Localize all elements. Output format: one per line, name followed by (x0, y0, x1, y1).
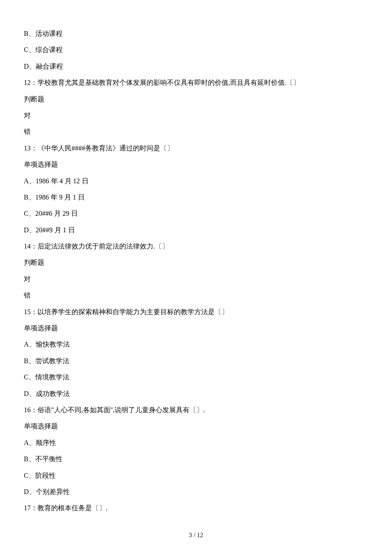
question-stem: 12：学校教育尤其是基础教育对个体发展的影响不仅具有即时的价值,而且具有延时价值… (24, 75, 368, 91)
question-type: 判断题 (24, 254, 368, 271)
option-text: A、1986 年 4 月 12 日 (24, 173, 368, 189)
option-text: D、融合课程 (24, 58, 368, 75)
option-text: B、活动课程 (24, 26, 368, 42)
question-type: 判断题 (24, 91, 368, 107)
question-stem: 13：《中华人民####务教育法》通过的时间是〔〕 (24, 140, 368, 156)
option-text: A、愉快教学法 (24, 336, 368, 353)
option-text: C、阶段性 (24, 468, 368, 484)
option-text: B、尝试教学法 (24, 353, 368, 369)
option-text: 错 (24, 124, 368, 140)
question-stem: 14：后定法法律效力优于前定法的法律效力.〔〕 (24, 238, 368, 254)
option-text: D、个别差异性 (24, 484, 368, 500)
option-text: C、综合课程 (24, 42, 368, 58)
option-text: D、20##9 月 1 日 (24, 222, 368, 238)
question-stem: 16：俗语"人心不同,各如其面",说明了儿童身心发展具有〔〕. (24, 402, 368, 418)
option-text: B、1986 年 9 月 1 日 (24, 189, 368, 205)
option-text: A、顺序性 (24, 435, 368, 451)
option-text: C、情境教学法 (24, 369, 368, 385)
option-text: D、成功教学法 (24, 386, 368, 402)
question-type: 单项选择题 (24, 418, 368, 434)
document-content: B、活动课程 C、综合课程 D、融合课程 12：学校教育尤其是基础教育对个体发展… (24, 26, 368, 517)
option-text: C、20##6 月 29 日 (24, 205, 368, 222)
question-type: 单项选择题 (24, 320, 368, 336)
question-type: 单项选择题 (24, 156, 368, 173)
option-text: 对 (24, 107, 368, 124)
question-stem: 15：以培养学生的探索精神和自学能力为主要目标的教学方法是〔〕 (24, 304, 368, 320)
option-text: 对 (24, 271, 368, 287)
page-number: 3 / 12 (0, 532, 392, 539)
option-text: 错 (24, 287, 368, 304)
option-text: B、不平衡性 (24, 451, 368, 467)
question-stem: 17：教育的根本任务是〔〕. (24, 500, 368, 516)
